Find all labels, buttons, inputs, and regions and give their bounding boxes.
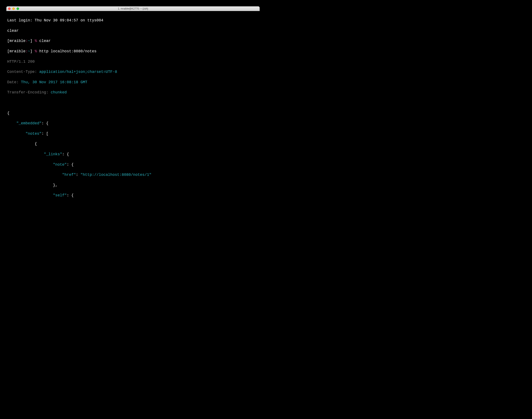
json-punct: : {: [62, 152, 69, 156]
header-content-type-label: Content-Type:: [7, 70, 39, 74]
prompt-path: ~: [28, 39, 30, 43]
json-punct: : {: [67, 162, 74, 167]
prompt-path: ~: [28, 49, 30, 53]
header-transfer-encoding-label: Transfer-Encoding:: [7, 90, 51, 94]
terminal-content[interactable]: Last login: Thu Nov 30 09:04:57 on ttys0…: [6, 11, 260, 203]
json-key-self: "self": [53, 193, 67, 197]
prompt-percent: %: [35, 39, 40, 43]
prompt-user: mraible: [10, 49, 26, 53]
prompt-bracket-open: [: [7, 49, 10, 53]
close-window-button[interactable]: [8, 7, 11, 10]
json-punct: : {: [41, 121, 48, 125]
json-key-links: "_links": [44, 152, 62, 156]
header-transfer-encoding-value: chunked: [51, 90, 67, 94]
json-brace: {: [7, 142, 37, 146]
prompt-bracket-open: [: [7, 39, 10, 43]
json-indent: [7, 173, 62, 177]
maximize-window-button[interactable]: [16, 7, 19, 10]
json-brace: },: [7, 183, 58, 187]
json-key-embedded: "_embedded": [16, 121, 41, 125]
traffic-lights: [8, 7, 19, 10]
json-indent: [7, 152, 44, 156]
command-http: http localhost:8080/notes: [39, 49, 96, 53]
header-date-value: Thu, 30 Nov 2017 16:08:18 GMT: [21, 80, 87, 84]
json-indent: [7, 162, 53, 167]
json-indent: [7, 131, 26, 136]
json-indent: [7, 193, 53, 197]
minimize-window-button[interactable]: [12, 7, 15, 10]
json-indent: [7, 121, 16, 125]
json-key-notes: "notes": [26, 131, 41, 136]
prompt-bracket-close: ]: [30, 49, 35, 53]
json-brace: {: [7, 111, 10, 115]
last-login-text: Last login: Thu Nov 30 09:04:57 on ttys0…: [7, 18, 104, 23]
window-titlebar[interactable]: 1. mraible@K2770: ~ (zsh): [6, 6, 260, 11]
json-key-href: "href": [62, 173, 76, 177]
terminal-window: 1. mraible@K2770: ~ (zsh) Last login: Th…: [6, 6, 260, 203]
prompt-percent: %: [35, 49, 40, 53]
http-status: HTTP/1.1 200: [7, 60, 35, 64]
prompt-colon: :: [26, 49, 28, 53]
prompt-bracket-close: ]: [30, 39, 35, 43]
json-value-url: "http://localhost:8080/notes/1": [80, 173, 152, 177]
json-punct: : [: [41, 131, 48, 136]
header-content-type-value: application/hal+json;charset=UTF-8: [39, 70, 117, 74]
window-title: 1. mraible@K2770: ~ (zsh): [118, 7, 148, 10]
prompt-colon: :: [26, 39, 28, 43]
clear-echo: clear: [7, 29, 19, 33]
prompt-user: mraible: [10, 39, 26, 43]
json-punct: :: [76, 173, 80, 177]
json-key-note: "note": [53, 162, 67, 167]
header-date-label: Date:: [7, 80, 21, 84]
json-punct: : {: [67, 193, 74, 197]
command-clear: clear: [39, 39, 51, 43]
